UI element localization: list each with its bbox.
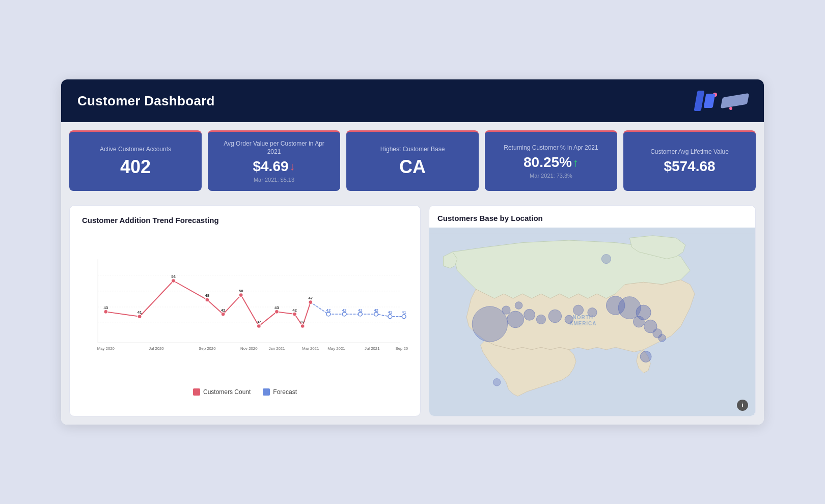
dp-f6	[402, 315, 406, 319]
trend-down-icon: ↓	[290, 160, 295, 173]
header: Customer Dashboard	[61, 79, 764, 122]
label-42b: 42	[292, 308, 297, 313]
xlabel-jul2021: Jul 2021	[365, 346, 379, 351]
label-43b: 43	[274, 305, 279, 310]
xlabel-may2021: May 2021	[327, 346, 345, 351]
dp-nov2020c	[239, 293, 243, 297]
bubble-nm	[536, 315, 545, 324]
dp-f5	[388, 315, 392, 319]
label-41c: 41	[402, 310, 406, 315]
kpi-card-highest-base: Highest Customer Base CA	[346, 130, 479, 191]
legend-customers-label: Customers Count	[203, 388, 251, 396]
bubble-va	[633, 316, 644, 327]
kpi-value-avg-order: $4.69 ↓	[253, 159, 295, 175]
kpi-sub-avg-order: Mar 2021: $5.13	[254, 177, 294, 183]
bubble-fl	[640, 351, 651, 362]
label-42c: 42	[326, 308, 331, 313]
label-50: 50	[239, 289, 243, 293]
dp-f1	[326, 312, 331, 316]
dp-nov2020	[205, 298, 209, 302]
xlabel-jul2020: Jul 2020	[149, 346, 164, 351]
kpi-value-returning: 80.25% ↑	[524, 155, 579, 171]
dp-feb2021	[293, 312, 297, 316]
dp-nov2020b	[221, 312, 225, 316]
dp-f2	[342, 312, 346, 316]
map-svg: NORTH AMERICA	[429, 228, 755, 416]
chart-title: Customer Addition Trend Forecasting	[82, 216, 408, 225]
legend-forecast-color	[263, 388, 270, 396]
kpi-sub-returning: Mar 2021: 73.3%	[530, 173, 572, 179]
label-41: 41	[138, 310, 142, 315]
bubble-or	[502, 306, 510, 314]
customers-line	[106, 281, 311, 326]
label-56: 56	[171, 274, 176, 279]
legend-customers: Customers Count	[193, 388, 251, 396]
dp-may2020	[104, 310, 108, 314]
kpi-value-text-returning: 80.25%	[524, 155, 572, 171]
bubble-nv	[507, 311, 524, 328]
kpi-value-highest-base: CA	[399, 157, 426, 177]
label-41b: 41	[388, 310, 393, 315]
bubble-mo	[573, 305, 584, 315]
dp-jan2021	[275, 310, 279, 314]
dp-mar2021	[309, 300, 313, 304]
kpi-label-avg-order: Avg Order Value per Customer in Apr 2021	[217, 140, 331, 156]
map-info-icon[interactable]: i	[737, 400, 748, 411]
dp-f3	[358, 312, 362, 316]
kpi-value-text-avg-order: $4.69	[253, 159, 288, 175]
xlabel-nov2020: Nov 2020	[240, 346, 258, 351]
map-sublabel: AMERICA	[569, 321, 596, 326]
legend-customers-color	[193, 388, 200, 396]
kpi-card-active-accounts: Active Customer Accounts 402	[69, 130, 202, 191]
map-title: Customers Base by Location	[429, 214, 755, 228]
kpi-card-avg-order: Avg Order Value per Customer in Apr 2021…	[208, 130, 340, 191]
kpi-card-returning: Returning Customer % in Apr 2021 80.25% …	[485, 130, 617, 191]
dp-sep2020	[172, 279, 176, 283]
chart-area: 43 41 56 48 42 50 37 43 42 37 47 42 42 4…	[82, 231, 408, 383]
label-47: 47	[308, 296, 313, 300]
xlabel-mar2021: Mar 2021	[302, 346, 319, 351]
header-logo	[696, 91, 748, 111]
legend-forecast: Forecast	[263, 388, 297, 396]
chart-legend: Customers Count Forecast	[82, 388, 408, 396]
kpi-label-highest-base: Highest Customer Base	[380, 146, 445, 154]
kpi-label-lifetime-value: Customer Avg Lifetime Value	[650, 148, 729, 156]
bubble-canada-north	[601, 254, 611, 263]
xlabel-sep2020: Sep 2020	[199, 346, 216, 351]
label-37a: 37	[257, 320, 261, 324]
bubble-mexico	[493, 379, 501, 386]
logo-bar-2	[704, 94, 716, 108]
dashboard-title: Customer Dashboard	[77, 93, 215, 109]
bubble-tx	[548, 310, 562, 323]
label-48: 48	[205, 293, 210, 298]
label-42f: 42	[374, 308, 378, 313]
label-42a: 42	[221, 308, 226, 313]
bubble-az	[524, 309, 535, 320]
chart-panel: Customer Addition Trend Forecasting	[69, 205, 421, 416]
kpi-card-lifetime-value: Customer Avg Lifetime Value $574.68	[623, 130, 756, 191]
label-42d: 42	[342, 308, 347, 313]
kpi-value-active-accounts: 402	[120, 157, 151, 177]
line-chart-svg: 43 41 56 48 42 50 37 43 42 37 47 42 42 4…	[82, 231, 408, 383]
xlabel-jan2021: Jan 2021	[268, 346, 285, 351]
trend-up-icon: ↑	[573, 157, 579, 169]
dp-feb2021b	[300, 324, 305, 328]
label-43a: 43	[103, 305, 108, 310]
bubble-id	[515, 302, 522, 310]
logo-shape	[721, 93, 749, 108]
bubble-tn	[588, 308, 597, 317]
kpi-value-lifetime-value: $574.68	[664, 159, 715, 175]
dp-jul2020	[138, 315, 142, 319]
dp-dec2020	[257, 324, 261, 328]
bubble-ga	[658, 334, 666, 342]
label-42e: 42	[358, 308, 363, 313]
logo-bar-1	[694, 91, 704, 111]
label-37b: 37	[300, 320, 305, 324]
dp-f4	[374, 312, 378, 316]
kpi-row: Active Customer Accounts 402 Avg Order V…	[61, 122, 764, 197]
xlabel-may2020: May 2020	[97, 346, 115, 351]
map-panel: Customers Base by Location	[429, 205, 756, 416]
legend-forecast-label: Forecast	[273, 388, 297, 396]
dot-decoration-2	[729, 107, 732, 110]
dashboard-container: Customer Dashboard Active Customer Accou…	[61, 79, 764, 425]
